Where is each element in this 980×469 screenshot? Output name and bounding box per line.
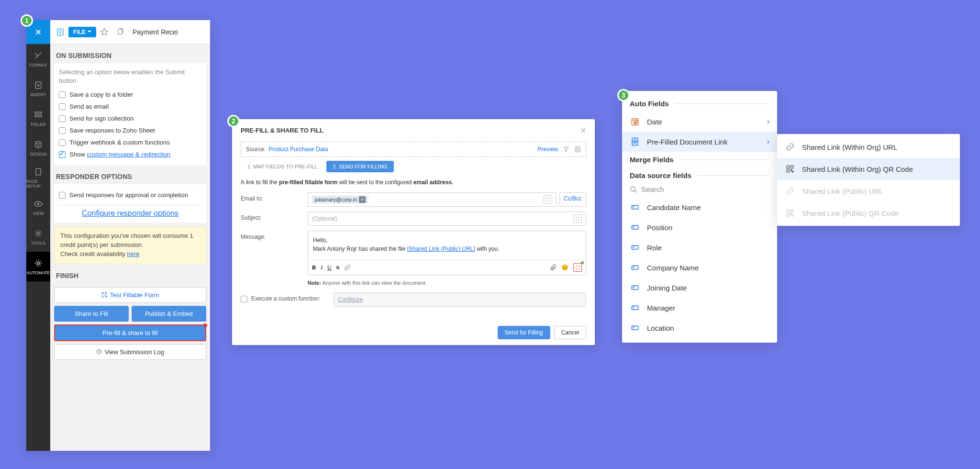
merge-field-item[interactable]: Position (622, 217, 777, 237)
merge-field-item[interactable]: Joining Date (622, 278, 777, 298)
tab-send-filling[interactable]: 2. SEND FOR FILLING (326, 161, 394, 172)
note-text: Note: Anyone with this link can view the… (308, 280, 586, 286)
svg-rect-31 (787, 210, 789, 212)
remove-chip-icon[interactable]: × (359, 196, 366, 203)
tab-map-fields[interactable]: 1. MAP FIELDS TO PRE-FILL (241, 161, 324, 172)
svg-rect-22 (632, 266, 638, 269)
merge-field-item[interactable]: Company Name (622, 257, 777, 278)
expand-icon[interactable] (573, 214, 582, 223)
text-field-icon (630, 262, 640, 273)
exec-checkbox[interactable] (241, 296, 247, 302)
opt-save-copy[interactable]: Save a copy to a folder (59, 89, 201, 100)
svg-rect-23 (632, 286, 638, 290)
submenu-shared-public-url[interactable]: Shared Link (Public) URL (777, 180, 960, 202)
rail-design[interactable]: DESIGN (26, 133, 50, 163)
insert-field-button[interactable] (573, 263, 582, 272)
merge-field-item[interactable]: Location (622, 318, 777, 338)
doc-duplicate-icon[interactable] (113, 24, 128, 40)
rail-format[interactable]: FORMAT (26, 44, 50, 74)
star-icon[interactable] (97, 24, 111, 40)
ccbcc-button[interactable]: Cc/Bcc (559, 192, 586, 207)
opt-save-zoho[interactable]: Save responses to Zoho Sheet (59, 124, 201, 136)
submenu-shared-org-url[interactable]: Shared Link (Within Org) URL (777, 136, 960, 158)
auto-field-prefilled-link[interactable]: Pre-Filled Document Link › (622, 132, 777, 152)
svg-rect-26 (787, 166, 789, 168)
file-menu-button[interactable]: FILE (68, 27, 96, 37)
finish-title: FINISH (54, 268, 206, 283)
rail-view[interactable]: VIEW (26, 192, 50, 222)
opt-send-email[interactable]: Send as email (59, 100, 201, 112)
svg-rect-4 (35, 115, 41, 117)
shared-link-placeholder[interactable]: [Shared Link (Public) URL] (407, 246, 475, 252)
opt-webhook[interactable]: Trigger webhook & custom functions (59, 136, 201, 148)
submenu-shared-org-qr[interactable]: Shared Link (Within Org) QR Code (777, 158, 960, 180)
emoji-icon[interactable]: 😊 (561, 264, 568, 271)
email-chip[interactable]: juliamary@corp.in × (312, 196, 368, 203)
attach-icon[interactable] (550, 264, 557, 271)
filter-icon[interactable] (563, 146, 569, 153)
doc-icon[interactable] (53, 24, 67, 40)
rail-insert[interactable]: INSERT (26, 74, 50, 103)
search-input[interactable]: Search (630, 185, 769, 193)
svg-point-18 (631, 187, 635, 191)
here-link[interactable]: here (127, 250, 139, 257)
rail-automate[interactable]: AUTOMATE (26, 252, 50, 281)
rail-fields[interactable]: FIELDS (26, 103, 50, 133)
close-icon[interactable]: × (580, 125, 586, 136)
rail-tools[interactable]: TOOLS (26, 222, 50, 252)
configure-input[interactable]: Configure (334, 292, 586, 307)
text-field-icon (630, 222, 640, 233)
link-submenu: Shared Link (Within Org) URL Shared Link… (777, 134, 960, 226)
link-icon[interactable] (344, 264, 351, 271)
merge-fields-heading: Merge Fields (622, 152, 777, 168)
test-fillable-button[interactable]: Test Fillable Form (54, 287, 206, 303)
auto-field-date[interactable]: 17 Date › (622, 112, 777, 132)
bold-icon[interactable]: B (312, 264, 316, 271)
helper-text: Selecting an option below enables the Su… (59, 68, 201, 85)
expand-icon[interactable] (544, 195, 552, 204)
cancel-button[interactable]: Cancel (554, 326, 586, 339)
topbar: FILE Payment Recei (26, 20, 210, 44)
fields-panel: Auto Fields 17 Date › Pre-Filled Documen… (622, 91, 777, 343)
svg-rect-35 (792, 215, 793, 216)
publish-embed-button[interactable]: Publish & Embed (132, 306, 206, 322)
text-field-icon (630, 282, 640, 293)
italic-icon[interactable]: I (321, 264, 323, 271)
on-submission-title: ON SUBMISSION (54, 48, 206, 63)
responder-options-title: RESPONDER OPTIONS (54, 169, 206, 184)
calendar-icon: 17 (630, 116, 640, 127)
svg-point-17 (634, 141, 636, 143)
opt-send-sign[interactable]: Send for sign collection (59, 112, 201, 124)
source-link[interactable]: Product Purchase Data (268, 146, 328, 153)
prefill-share-button[interactable]: Pre-fill & share to fill (54, 324, 206, 341)
merge-field-item[interactable]: Candidate Name (622, 197, 777, 217)
config-icon[interactable] (574, 146, 581, 153)
opt-show-custom[interactable]: Show custom message & redirection (59, 148, 201, 160)
qr-icon (785, 164, 795, 174)
svg-rect-19 (632, 205, 638, 209)
svg-rect-1 (118, 29, 122, 34)
svg-rect-28 (787, 170, 789, 172)
subject-input[interactable]: (Optional) (308, 212, 586, 226)
strike-icon[interactable]: S (336, 264, 340, 271)
email-input[interactable]: juliamary@corp.in × (308, 192, 557, 207)
rail-page-setup[interactable]: PAGE SETUP (26, 163, 50, 192)
svg-rect-29 (791, 170, 792, 171)
view-submission-log-button[interactable]: View Submission Log (54, 344, 206, 360)
custom-message-link[interactable]: custom message & redirection (87, 151, 170, 158)
submenu-shared-public-qr[interactable]: Shared Link (Public) QR Code (777, 202, 960, 224)
step-badge-2: 2 (227, 115, 240, 127)
preview-link[interactable]: Preview (537, 146, 558, 153)
merge-field-item[interactable]: Role (622, 237, 777, 257)
send-for-filling-button[interactable]: Send for Filling (498, 326, 550, 339)
underline-icon[interactable]: U (327, 264, 332, 271)
text-field-icon (630, 302, 640, 313)
merge-field-item[interactable]: Manager (622, 298, 777, 318)
svg-rect-21 (632, 246, 638, 249)
opt-send-responses[interactable]: Send responses for approval or completio… (59, 189, 201, 201)
configure-responder-link[interactable]: Configure responder options (82, 209, 178, 217)
message-box[interactable]: Hello, Mark Antony Rojr has shared the f… (308, 231, 586, 275)
svg-rect-34 (791, 214, 792, 215)
share-to-fill-button[interactable]: Share to Fill (54, 306, 129, 322)
svg-point-11 (37, 262, 40, 265)
